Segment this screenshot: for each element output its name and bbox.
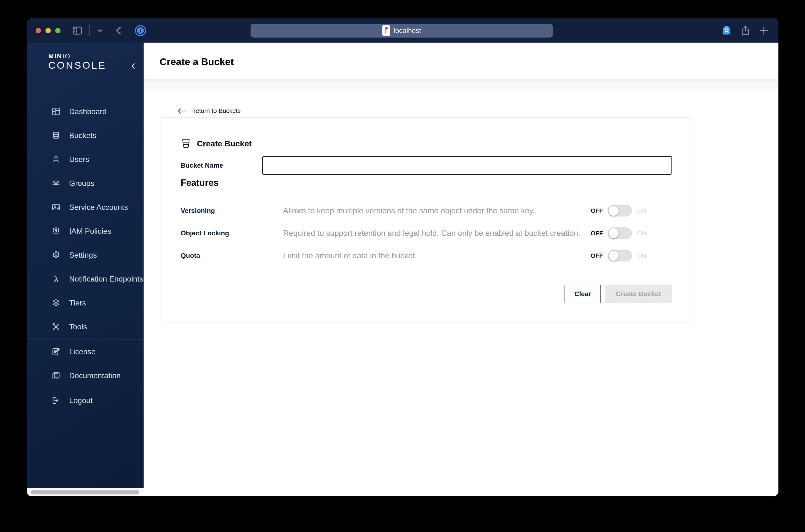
- share-icon[interactable]: [740, 25, 751, 36]
- toggle-on-label: ON: [637, 252, 647, 260]
- sidebar-divider: [27, 339, 144, 339]
- card-title-row: Create Bucket: [181, 138, 672, 149]
- sidebar-item-label: Buckets: [69, 131, 96, 140]
- sidebar-nav: Dashboard Buckets: [27, 99, 144, 412]
- sidebar-item-license[interactable]: License: [27, 340, 144, 364]
- sidebar-item-label: Tools: [69, 322, 87, 331]
- sidebar-item-label: License: [69, 347, 95, 356]
- create-bucket-card: Create Bucket Bucket Name Features Versi…: [161, 117, 692, 322]
- sidebar-item-users[interactable]: Users: [27, 147, 144, 171]
- logout-icon: [52, 396, 60, 405]
- toggle-knob: [609, 251, 619, 261]
- versioning-toggle-group: OFF ON: [591, 205, 647, 216]
- sidebar-item-label: Dashboard: [69, 107, 107, 116]
- quota-toggle[interactable]: [608, 250, 632, 262]
- id-card-icon: [52, 203, 60, 212]
- sidebar-item-tools[interactable]: Tools: [27, 315, 144, 339]
- bucket-name-label: Bucket Name: [181, 162, 262, 169]
- versioning-toggle[interactable]: [608, 205, 632, 216]
- shield-key-icon: [52, 227, 60, 235]
- create-bucket-button[interactable]: Create Bucket: [605, 285, 672, 303]
- page-title: Create a Bucket: [160, 54, 234, 68]
- main-panel: Create a Bucket Return to Buckets: [144, 42, 779, 496]
- user-icon: [52, 155, 60, 164]
- sidebar-item-notification-endpoints[interactable]: Notification Endpoints: [27, 267, 144, 291]
- feature-row-quota: Quota Limit the amount of data in the bu…: [181, 245, 672, 267]
- sidebar-item-label: IAM Policies: [69, 227, 111, 235]
- groups-icon: [52, 179, 60, 188]
- sidebar-item-dashboard[interactable]: Dashboard: [27, 99, 144, 124]
- sidebar-item-tiers[interactable]: Tiers: [27, 291, 144, 315]
- sidebar-item-groups[interactable]: Groups: [27, 171, 144, 195]
- sidebar-item-service-accounts[interactable]: Service Accounts: [27, 195, 144, 219]
- tools-icon: [52, 322, 60, 331]
- toggle-knob: [609, 228, 619, 238]
- chevron-down-icon[interactable]: [96, 26, 104, 35]
- toggle-knob: [609, 206, 619, 216]
- quota-toggle-group: OFF ON: [591, 250, 647, 262]
- sidebar-item-iam-policies[interactable]: IAM Policies: [27, 219, 144, 243]
- sidebar-item-buckets[interactable]: Buckets: [27, 124, 144, 147]
- sidebar-item-label: Groups: [69, 179, 94, 188]
- traffic-lights: [27, 28, 60, 33]
- toggle-on-label: ON: [637, 207, 647, 214]
- sidebar-item-label: Tiers: [69, 299, 86, 307]
- object-locking-label: Object Locking: [181, 229, 283, 237]
- quota-label: Quota: [181, 252, 283, 260]
- documentation-icon: [52, 371, 60, 380]
- sidebar-item-label: Logout: [69, 396, 93, 405]
- object-locking-toggle-group: OFF ON: [591, 227, 647, 239]
- sidebar-item-label: Documentation: [69, 371, 120, 380]
- browser-titlebar: localhost: [27, 18, 779, 42]
- site-favicon: [382, 25, 390, 36]
- object-locking-toggle[interactable]: [608, 227, 632, 239]
- sidebar-item-label: Users: [69, 155, 89, 164]
- object-locking-description: Required to support retention and legal …: [283, 229, 591, 238]
- back-button-icon[interactable]: [114, 25, 124, 36]
- dashboard-icon: [52, 107, 60, 116]
- lambda-icon: [52, 274, 60, 283]
- toggle-off-label: OFF: [591, 207, 603, 214]
- bucket-icon: [52, 131, 60, 140]
- address-bar[interactable]: localhost: [250, 24, 553, 38]
- sidebar-toggle-icon[interactable]: [72, 25, 83, 36]
- onepassword-extension-icon[interactable]: [134, 24, 147, 37]
- return-to-buckets-link[interactable]: Return to Buckets: [177, 107, 241, 115]
- layers-icon: [52, 298, 60, 307]
- clear-button[interactable]: Clear: [564, 285, 601, 303]
- bucket-icon: [181, 138, 191, 149]
- sidebar-item-settings[interactable]: Settings: [27, 243, 144, 267]
- back-arrow-icon: [177, 108, 188, 114]
- horizontal-scrollbar-thumb[interactable]: [31, 490, 139, 494]
- feature-row-object-locking: Object Locking Required to support reten…: [181, 222, 672, 245]
- toggle-on-label: ON: [637, 230, 647, 237]
- close-window-button[interactable]: [36, 28, 41, 33]
- toggle-off-label: OFF: [591, 252, 603, 260]
- address-url: localhost: [394, 27, 421, 35]
- browser-window: localhost: [27, 18, 779, 496]
- feature-row-versioning: Versioning Allows to keep multiple versi…: [181, 200, 672, 222]
- sidebar-item-documentation[interactable]: Documentation: [27, 364, 144, 387]
- gear-icon: [52, 250, 60, 260]
- minimize-window-button[interactable]: [45, 28, 51, 33]
- features-heading: Features: [181, 177, 672, 188]
- sidebar-item-logout[interactable]: Logout: [27, 388, 144, 412]
- sidebar-item-label: Settings: [69, 251, 97, 260]
- card-title: Create Bucket: [197, 139, 252, 148]
- new-tab-plus-icon[interactable]: [759, 25, 769, 36]
- sidebar-collapse-chevron-icon[interactable]: [129, 61, 138, 71]
- sidebar-item-label: Service Accounts: [69, 203, 128, 212]
- page-content: Return to Buckets Create Bucket Bucket N…: [144, 79, 779, 496]
- bucket-name-input[interactable]: [262, 156, 672, 175]
- toggle-off-label: OFF: [591, 230, 603, 237]
- zoom-window-button[interactable]: [55, 28, 60, 33]
- page-header: Create a Bucket: [144, 42, 779, 79]
- license-icon: [52, 347, 60, 356]
- sidebar-scrollbar-track: [27, 488, 144, 496]
- logo-minio: MINIO: [48, 53, 144, 60]
- quota-description: Limit the amount of data in the bucket.: [283, 251, 591, 260]
- versioning-label: Versioning: [181, 207, 283, 214]
- card-actions: Clear Create Bucket: [181, 285, 672, 303]
- return-link-label: Return to Buckets: [191, 107, 241, 115]
- ghostery-extension-icon[interactable]: [720, 25, 732, 37]
